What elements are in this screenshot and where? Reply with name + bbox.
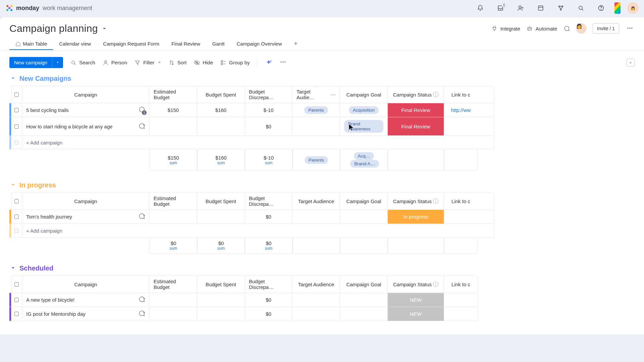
column-est-budget[interactable]: Estimated Budget: [150, 276, 197, 293]
cell-est-budget[interactable]: [150, 307, 197, 321]
cell-status[interactable]: NEW: [388, 293, 444, 307]
column-campaign[interactable]: Campaign: [22, 276, 150, 293]
automate-button[interactable]: Automate: [526, 25, 557, 32]
board-conversation-icon[interactable]: [563, 25, 570, 32]
tag-chip[interactable]: Parents: [304, 106, 328, 114]
cell-status[interactable]: Final Review: [388, 117, 444, 135]
group-by-button[interactable]: Group by: [220, 60, 250, 66]
add-conversation-icon[interactable]: +: [138, 122, 145, 131]
notifications-icon[interactable]: [474, 1, 487, 15]
cell-link[interactable]: http://ww: [444, 103, 478, 117]
user-avatar[interactable]: 👩: [627, 2, 639, 14]
cell-status[interactable]: Final Review: [388, 103, 444, 117]
row-checkbox[interactable]: [11, 117, 22, 135]
column-budget-disc[interactable]: Budget Discrepa…: [245, 86, 292, 103]
table-row[interactable]: A new type of bicycle!+ $0 NEW: [9, 293, 478, 307]
info-icon[interactable]: i: [433, 282, 438, 287]
column-sort-handle[interactable]: ⇅: [314, 86, 319, 87]
column-link[interactable]: Link to c: [444, 276, 478, 293]
product-logo[interactable]: monday work management: [5, 4, 92, 12]
cell-budget-disc[interactable]: $0: [245, 117, 292, 135]
row-checkbox[interactable]: [11, 293, 22, 307]
column-campaign[interactable]: Campaign: [22, 193, 150, 209]
column-est-budget[interactable]: Estimated Budget: [150, 193, 197, 209]
hide-button[interactable]: Hide: [194, 60, 213, 66]
select-all-checkbox[interactable]: [11, 86, 22, 103]
cell-budget-disc[interactable]: $0: [245, 293, 292, 307]
cell-goal[interactable]: [340, 293, 388, 307]
item-name-cell[interactable]: How to start riding a bicycle at any age…: [22, 117, 150, 135]
invite-members-icon[interactable]: [514, 1, 527, 15]
cell-goal[interactable]: [340, 210, 388, 224]
table-row[interactable]: Tom's health journey+ $0 In progress: [9, 210, 494, 224]
cell-budget-spent[interactable]: [197, 293, 245, 307]
cell-target-audience[interactable]: [292, 293, 340, 307]
add-item-row[interactable]: + Add campaign: [9, 224, 494, 237]
search-everything-icon[interactable]: [574, 1, 588, 15]
cell-target-audience[interactable]: [292, 307, 340, 321]
apps-icon[interactable]: [534, 1, 547, 15]
cell-status[interactable]: NEW: [388, 307, 444, 321]
add-conversation-icon[interactable]: +: [138, 310, 145, 318]
cell-budget-disc[interactable]: $0: [245, 307, 292, 321]
help-icon[interactable]: [594, 1, 608, 15]
cell-est-budget[interactable]: [150, 210, 197, 224]
table-row[interactable]: How to start riding a bicycle at any age…: [9, 117, 494, 136]
group-header[interactable]: New Campaigns: [9, 74, 644, 86]
sort-button[interactable]: Sort: [169, 60, 187, 66]
group-header[interactable]: In progress: [9, 181, 644, 192]
ai-assistant-icon[interactable]: [265, 59, 272, 66]
cell-link[interactable]: [444, 293, 478, 307]
add-conversation-icon[interactable]: +: [138, 213, 145, 221]
column-budget-spent[interactable]: Budget Spent: [197, 86, 245, 103]
cell-budget-disc[interactable]: $0: [245, 210, 292, 224]
cell-goal[interactable]: [340, 307, 388, 321]
row-checkbox[interactable]: [11, 307, 22, 321]
tab-campaign-request-form[interactable]: Campaign Request Form: [97, 38, 165, 50]
group-header[interactable]: Scheduled: [9, 264, 644, 276]
row-checkbox[interactable]: [11, 103, 22, 117]
search-button[interactable]: Search: [70, 60, 95, 66]
board-title[interactable]: Campaign planning: [9, 23, 107, 34]
cell-est-budget[interactable]: $150: [150, 103, 197, 117]
person-filter-button[interactable]: Person: [103, 60, 127, 66]
cell-target-audience[interactable]: [292, 117, 340, 135]
column-status[interactable]: Campaign Statusi: [388, 276, 444, 293]
collapse-header-button[interactable]: [627, 59, 635, 67]
info-icon[interactable]: i: [433, 198, 438, 204]
inbox-icon[interactable]: 6: [494, 1, 507, 15]
conversation-icon[interactable]: 1: [138, 106, 145, 114]
cell-budget-disc[interactable]: $-10: [245, 103, 292, 117]
toolbar-more-icon[interactable]: [280, 59, 286, 66]
new-item-dropdown[interactable]: [52, 57, 63, 68]
column-goal[interactable]: Campaign Goal: [340, 193, 388, 209]
add-conversation-icon[interactable]: +: [138, 296, 145, 304]
column-budget-spent[interactable]: Budget Spent: [197, 193, 245, 209]
add-item-row[interactable]: + Add campaign: [9, 136, 494, 149]
table-row[interactable]: 5 best cycling trails1 $150 $160 $-10 Pa…: [9, 103, 494, 117]
board-more-icon[interactable]: [625, 23, 635, 34]
column-target-audience[interactable]: Target Audience: [292, 276, 340, 293]
cell-goal[interactable]: Brand Awareness: [340, 117, 388, 135]
item-name-cell[interactable]: A new type of bicycle!+: [22, 293, 150, 307]
board-owner-avatar[interactable]: 👩: [576, 23, 587, 34]
filter-button[interactable]: Filter: [135, 60, 161, 66]
cell-status[interactable]: In progress: [388, 210, 444, 224]
select-all-checkbox[interactable]: [11, 193, 22, 209]
row-checkbox[interactable]: [11, 210, 22, 224]
column-est-budget[interactable]: Estimated Budget: [150, 86, 197, 103]
column-budget-spent[interactable]: Budget Spent: [197, 276, 245, 293]
column-target-audience[interactable]: ⇅ Target Audie… ⋯: [292, 86, 340, 103]
cell-est-budget[interactable]: [150, 293, 197, 307]
cell-budget-spent[interactable]: [197, 210, 245, 224]
item-name-cell[interactable]: 5 best cycling trails1: [22, 103, 150, 117]
column-status[interactable]: Campaign Statusi: [388, 86, 444, 103]
cell-link[interactable]: [444, 307, 478, 321]
select-all-checkbox[interactable]: [11, 276, 22, 293]
column-goal[interactable]: Campaign Goal: [340, 86, 388, 103]
table-row[interactable]: IG post for Mentorship day+ $0 NEW: [9, 307, 478, 321]
column-goal[interactable]: Campaign Goal: [340, 276, 388, 293]
column-campaign[interactable]: Campaign: [22, 86, 150, 103]
tab-campaign-overview[interactable]: Campaign Overview: [230, 38, 288, 50]
cell-budget-spent[interactable]: [197, 307, 245, 321]
